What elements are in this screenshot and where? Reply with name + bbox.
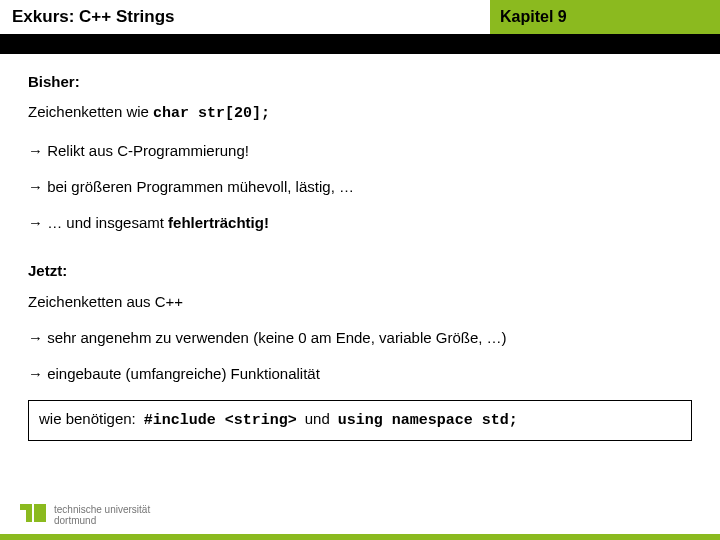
svg-rect-6 (34, 510, 40, 516)
slide-content: Bisher: Zeichenketten wie char str[20]; … (0, 54, 720, 441)
requirement-box: wie benötigen: #include <string> und usi… (28, 400, 692, 440)
bisher-line-1: Zeichenketten wie char str[20]; (28, 102, 692, 124)
jetzt-point-1: → sehr angenehm zu verwenden (keine 0 am… (28, 328, 692, 348)
jetzt-point-2: → eingebaute (umfangreiche) Funktionalit… (28, 364, 692, 384)
slide-footer: technische universität dortmund (18, 500, 150, 530)
svg-rect-3 (26, 516, 32, 522)
bisher-heading: Bisher: (28, 72, 692, 92)
footer-accent-bar (0, 534, 720, 540)
slide-title-right: Kapitel 9 (490, 0, 720, 34)
svg-rect-8 (34, 516, 46, 522)
tu-text-line-2: dortmund (54, 515, 150, 526)
req-label: wie benötigen: (39, 409, 136, 429)
tu-logo-text: technische universität dortmund (54, 504, 150, 526)
jetzt-line-1: Zeichenketten aus C++ (28, 292, 692, 312)
req-code-1: #include <string> (144, 411, 297, 431)
req-code-2: using namespace std; (338, 411, 518, 431)
slide-header: Exkurs: C++ Strings Kapitel 9 (0, 0, 720, 34)
svg-rect-0 (20, 504, 26, 510)
bisher-line-1-text: Zeichenketten wie (28, 103, 153, 120)
bisher-line-1-code: char str[20]; (153, 105, 270, 122)
svg-rect-4 (34, 504, 40, 510)
tu-logo: technische universität dortmund (18, 500, 150, 530)
bisher-point-3-prefix: → … und insgesamt (28, 214, 168, 231)
bisher-point-3: → … und insgesamt fehlerträchtig! (28, 213, 692, 233)
req-mid: und (305, 409, 330, 429)
bisher-point-3-bold: fehlerträchtig! (168, 214, 269, 231)
header-divider (0, 34, 720, 54)
jetzt-heading: Jetzt: (28, 261, 692, 281)
svg-rect-1 (26, 504, 32, 510)
bisher-point-2: → bei größeren Programmen mühevoll, läst… (28, 177, 692, 197)
tu-text-line-1: technische universität (54, 504, 150, 515)
slide-title-left: Exkurs: C++ Strings (0, 0, 490, 34)
svg-rect-5 (40, 504, 46, 510)
svg-rect-2 (26, 510, 32, 516)
tu-logo-mark (18, 500, 48, 530)
bisher-point-1: → Relikt aus C-Programmierung! (28, 141, 692, 161)
svg-rect-7 (40, 510, 46, 516)
